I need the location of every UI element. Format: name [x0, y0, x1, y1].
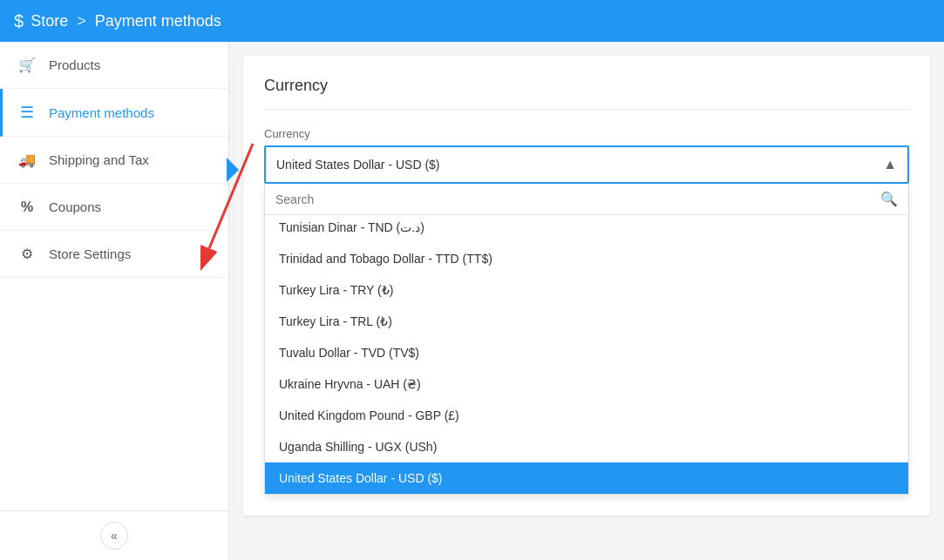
dropdown-item-tnd[interactable]: Tunisian Dinar - TND (د.ت)	[265, 215, 908, 243]
currency-dropdown-list: Tunisian Dinar - TND (د.ت)Trinidad and T…	[265, 215, 908, 494]
breadcrumb: Store > Payment methods	[31, 12, 221, 30]
search-icon: 🔍	[880, 191, 898, 207]
dropdown-arrow-up-icon: ▲	[883, 157, 897, 172]
sidebar-item-store-settings[interactable]: Store Settings	[0, 231, 228, 278]
currency-card: Currency Currency United States Dollar -…	[243, 56, 930, 516]
search-box: 🔍	[265, 184, 908, 215]
dropdown-item-gbp[interactable]: United Kingdom Pound - GBP (£)	[265, 400, 908, 431]
sidebar-label-payment-methods: Payment methods	[49, 105, 154, 120]
dropdown-item-tvd[interactable]: Tuvalu Dollar - TVD (TV$)	[265, 337, 908, 368]
dropdown-item-ugx[interactable]: Uganda Shilling - UGX (USh)	[265, 431, 908, 462]
gear-icon	[17, 245, 37, 263]
sidebar-item-coupons[interactable]: Coupons	[0, 184, 228, 231]
sidebar-item-products[interactable]: Products	[0, 42, 228, 89]
cart-icon	[17, 56, 37, 74]
breadcrumb-current: Payment methods	[95, 12, 221, 30]
sidebar-label-store-settings: Store Settings	[49, 246, 131, 261]
dropdown-item-try[interactable]: Turkey Lira - TRY (₺)	[265, 274, 908, 306]
card-title: Currency	[264, 77, 909, 110]
menu-icon	[17, 103, 37, 122]
truck-icon	[17, 151, 37, 169]
currency-select[interactable]: United States Dollar - USD ($) ▲	[264, 145, 909, 184]
dropdown-item-usd[interactable]: United States Dollar - USD ($)	[265, 462, 908, 494]
breadcrumb-separator: >	[77, 12, 86, 30]
main-content: Currency Currency United States Dollar -…	[229, 42, 944, 560]
dropdown-item-ttd[interactable]: Trinidad and Tobago Dollar - TTD (TT$)	[265, 243, 908, 274]
currency-field-label: Currency	[264, 127, 909, 140]
sidebar-item-shipping-tax[interactable]: Shipping and Tax	[0, 137, 228, 184]
dropdown-item-uah[interactable]: Ukraine Hryvna - UAH (₴)	[265, 368, 908, 400]
store-icon: $	[14, 11, 24, 31]
dropdown-item-trl[interactable]: Turkey Lira - TRL (₺)	[265, 306, 908, 337]
selected-currency-text: United States Dollar - USD ($)	[276, 158, 440, 172]
percent-icon	[17, 198, 37, 216]
currency-search-input[interactable]	[275, 192, 880, 206]
currency-dropdown: 🔍 Tunisian Dinar - TND (د.ت)Trinidad and…	[264, 184, 909, 495]
main-layout: Products Payment methods Shipping and Ta…	[0, 42, 944, 560]
sidebar-item-payment-methods[interactable]: Payment methods	[0, 89, 228, 137]
collapse-chevron: «	[111, 529, 118, 543]
sidebar: Products Payment methods Shipping and Ta…	[0, 42, 229, 560]
header: $ Store > Payment methods	[0, 0, 944, 42]
sidebar-label-shipping-tax: Shipping and Tax	[49, 152, 149, 167]
collapse-icon[interactable]: «	[100, 522, 128, 550]
sidebar-label-products: Products	[49, 57, 100, 72]
sidebar-collapse-button[interactable]: «	[0, 510, 228, 560]
breadcrumb-store[interactable]: Store	[31, 12, 68, 30]
sidebar-label-coupons: Coupons	[49, 199, 101, 214]
active-arrow-indicator	[227, 158, 239, 182]
